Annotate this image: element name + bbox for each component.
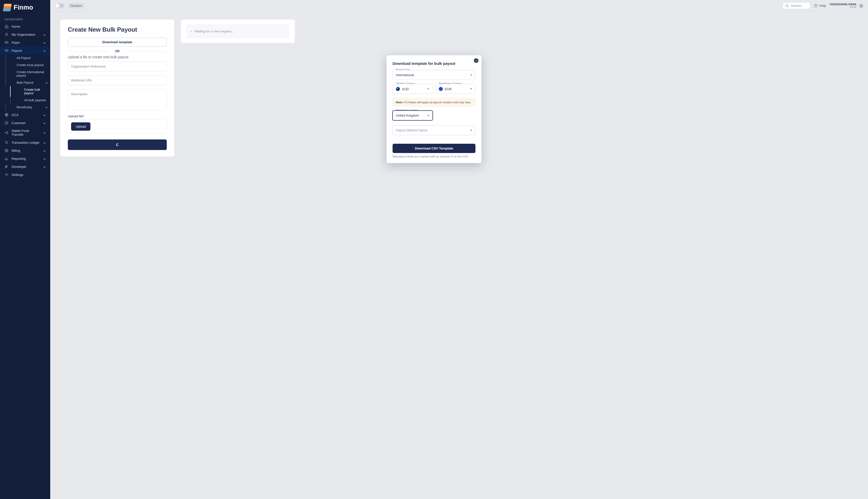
- svg-point-3: [6, 50, 7, 51]
- beneficiary-currency-field: Beneficiary Currency EUR: [435, 84, 475, 94]
- sender-currency-select[interactable]: AUD: [393, 84, 433, 94]
- download-template-button[interactable]: Download template: [68, 38, 167, 47]
- payout-method-select[interactable]: Payout Method Name: [393, 125, 475, 135]
- waiting-indicator: Waiting for a new request...: [187, 25, 289, 38]
- beneficiary-country-select[interactable]: United Kingdom: [393, 111, 433, 120]
- request-status-card: Waiting for a new request...: [181, 20, 295, 43]
- sidebar-item-label: All bulk payouts: [24, 98, 46, 102]
- beneficiary-country-field: Beneficiary Country United Kingdom: [393, 111, 433, 120]
- sidebar-item-wallet-fund-transfer[interactable]: Wallet Fund Transfer: [0, 127, 50, 138]
- organization-reference-input[interactable]: Organization Reference: [68, 62, 167, 71]
- chevron-down-icon: [43, 113, 46, 116]
- brand-logo[interactable]: Finmo: [0, 0, 50, 16]
- sidebar-item-label: Create bulk payout: [24, 88, 48, 95]
- chevron-down-icon: [43, 149, 46, 152]
- sidebar-item-create-local-payout[interactable]: Create local payout: [5, 62, 50, 69]
- sidebar-item-label: Transaction Ledger: [12, 141, 40, 145]
- sidebar-item-label: Home: [12, 25, 46, 28]
- svg-point-10: [6, 174, 7, 175]
- or-divider: OR: [68, 49, 167, 53]
- webhook-url-input[interactable]: Webhook URL: [68, 75, 167, 85]
- svg-rect-1: [5, 41, 8, 44]
- flag-aud-icon: [396, 87, 400, 91]
- sidebar-item-home[interactable]: Home: [0, 22, 50, 31]
- upload-file-box: Upload: [68, 120, 167, 133]
- sidebar-item-label: All Payout: [16, 56, 30, 60]
- sidebar-item-create-international-payout[interactable]: Create international payout: [5, 69, 50, 79]
- share-icon: [4, 131, 9, 135]
- help-icon: [814, 4, 818, 8]
- sidebar-item-payin[interactable]: Payin: [0, 38, 50, 47]
- sidebar: Finmo DASHBOARD Home My Organization Pay…: [0, 0, 50, 499]
- sidebar-item-label: Developer: [12, 165, 40, 169]
- sidebar-item-all-payout[interactable]: All Payout: [5, 54, 50, 62]
- sidebar-item-customer[interactable]: Customer: [0, 119, 50, 127]
- sidebar-item-label: Customer: [12, 121, 40, 125]
- dollar-circle-icon: [4, 148, 9, 153]
- payout-type-select[interactable]: International: [393, 70, 475, 80]
- sidebar-item-developer[interactable]: Developer: [0, 162, 50, 171]
- sidebar-item-label: Payin: [12, 41, 40, 45]
- sidebar-item-label: Payout: [12, 49, 40, 52]
- sender-currency-field: Sender Currency AUD: [393, 84, 433, 94]
- payout-submenu: All Payout Create local payout Create in…: [0, 54, 50, 111]
- upload-file-label: Upload file*: [68, 114, 167, 118]
- topbar: ✕ Sandbox Search... Help VISHESHANK RANA…: [50, 0, 868, 12]
- sidebar-item-label: Settings: [12, 173, 46, 177]
- sidebar-item-bulk-payout[interactable]: Bulk Payout: [5, 79, 50, 86]
- chevron-up-icon: [43, 49, 46, 52]
- svg-rect-2: [5, 50, 8, 51]
- chevron-down-icon: [43, 157, 46, 160]
- svg-point-7: [7, 131, 8, 132]
- help-button[interactable]: Help: [814, 4, 826, 8]
- download-template-modal: ✕ Download template for bulk payout Payo…: [386, 55, 482, 163]
- sidebar-item-label: My Organization: [12, 33, 40, 36]
- gear-icon: [4, 173, 9, 177]
- modal-title: Download template for bulk payout: [393, 61, 475, 65]
- svg-point-6: [5, 132, 6, 133]
- fx-rate-note: Note: FX-Rates will apply at payout crea…: [393, 98, 475, 107]
- status-dot-icon: [191, 31, 192, 32]
- svg-point-11: [786, 4, 788, 6]
- sidebar-item-label: Create international payout: [16, 70, 48, 77]
- flag-eur-icon: [439, 87, 443, 91]
- sidebar-item-my-organization[interactable]: My Organization: [0, 31, 50, 38]
- chevron-down-icon: [43, 131, 46, 134]
- download-csv-template-button[interactable]: Download CSV Template: [393, 144, 475, 153]
- chevron-down-icon: [45, 106, 48, 109]
- description-input[interactable]: Description: [68, 89, 167, 110]
- create-button[interactable]: C: [68, 139, 167, 150]
- close-icon: ✕: [61, 4, 63, 7]
- sidebar-section-label: DASHBOARD: [0, 16, 50, 22]
- beneficiary-currency-select[interactable]: EUR: [435, 84, 475, 94]
- sidebar-item-label: GCA: [12, 113, 40, 117]
- sidebar-item-all-bulk-payouts[interactable]: All bulk payouts: [10, 97, 50, 104]
- user-org: Pixels: [830, 6, 856, 9]
- create-bulk-payout-card: Create New Bulk Payout Download template…: [60, 20, 174, 157]
- close-modal-button[interactable]: ✕: [474, 58, 479, 63]
- user-menu[interactable]: VISHESHANK RANA Pixels: [830, 3, 864, 9]
- search-placeholder: Search...: [791, 4, 804, 8]
- chevron-down-icon: [43, 33, 46, 36]
- check-square-icon: [4, 121, 9, 125]
- sidebar-item-create-bulk-payout[interactable]: Create bulk payout: [10, 86, 50, 97]
- chevron-down-icon: [43, 141, 46, 144]
- logo-mark: [3, 4, 12, 11]
- home-icon: [4, 24, 9, 28]
- sidebar-item-billing[interactable]: Billing: [0, 146, 50, 155]
- modal-footer-note: Mandatory fields are marked with an aste…: [393, 155, 475, 158]
- cash-icon: [4, 48, 9, 52]
- environment-toggle[interactable]: ✕: [55, 3, 64, 8]
- sidebar-item-settings[interactable]: Settings: [0, 171, 50, 179]
- sidebar-item-reporting[interactable]: Reporting: [0, 155, 50, 162]
- upload-button[interactable]: Upload: [71, 122, 90, 131]
- sidebar-item-beneficiary[interactable]: Beneficiary: [5, 104, 50, 111]
- sidebar-item-payout[interactable]: Payout: [0, 47, 50, 54]
- help-label: Help: [819, 4, 826, 8]
- sidebar-item-transaction-ledger[interactable]: Transaction Ledger: [0, 138, 50, 146]
- sidebar-item-label: Wallet Fund Transfer: [12, 129, 40, 136]
- chevron-down-icon: [43, 41, 46, 44]
- payout-method-field: Payout Method Name: [393, 125, 475, 135]
- search-input[interactable]: Search...: [783, 2, 810, 9]
- sidebar-item-gca[interactable]: GCA: [0, 111, 50, 119]
